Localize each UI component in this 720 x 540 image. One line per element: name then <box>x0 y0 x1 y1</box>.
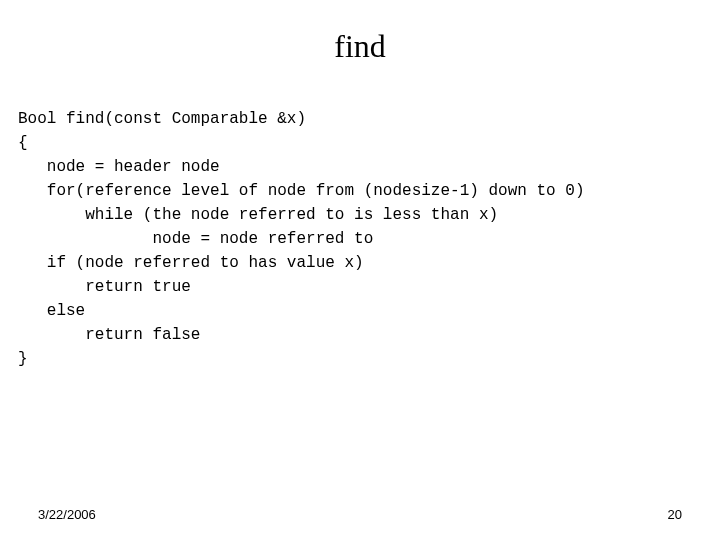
code-line: if (node referred to has value x) <box>18 254 364 272</box>
code-line: return false <box>18 326 200 344</box>
code-block: Bool find(const Comparable &x) { node = … <box>0 83 720 371</box>
code-line: node = header node <box>18 158 220 176</box>
code-line: { <box>18 134 28 152</box>
code-line: for(reference level of node from (nodesi… <box>18 182 585 200</box>
code-line: while (the node referred to is less than… <box>18 206 498 224</box>
footer: 3/22/2006 20 <box>0 507 720 522</box>
footer-page: 20 <box>668 507 682 522</box>
code-line: Bool find(const Comparable &x) <box>18 110 306 128</box>
page-title: find <box>0 28 720 65</box>
code-line: else <box>18 302 85 320</box>
code-line: node = node referred to <box>18 230 373 248</box>
code-line: } <box>18 350 28 368</box>
code-line: return true <box>18 278 191 296</box>
footer-date: 3/22/2006 <box>38 507 96 522</box>
